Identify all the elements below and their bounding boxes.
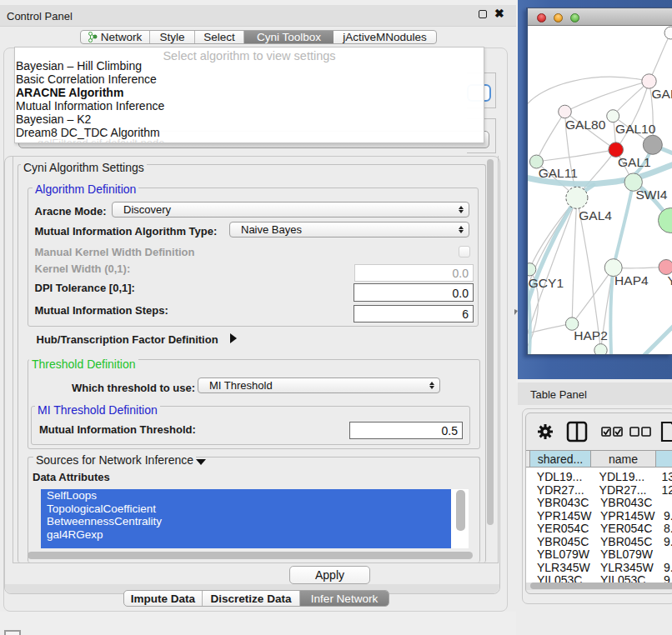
svg-text:HAP4: HAP4 [614,273,649,288]
svg-text:GAL10: GAL10 [615,122,656,136]
svg-text:HAP2: HAP2 [574,328,608,342]
svg-text:GAL80: GAL80 [565,118,606,132]
svg-text:GAL11: GAL11 [538,166,577,180]
svg-text:Y: Y [667,273,672,288]
svg-text:GAL1: GAL1 [618,155,651,169]
svg-text:SWI4: SWI4 [635,188,667,202]
svg-text:GAL: GAL [651,87,672,101]
svg-text:GAL4: GAL4 [579,208,612,222]
svg-text:GCY1: GCY1 [528,276,563,290]
